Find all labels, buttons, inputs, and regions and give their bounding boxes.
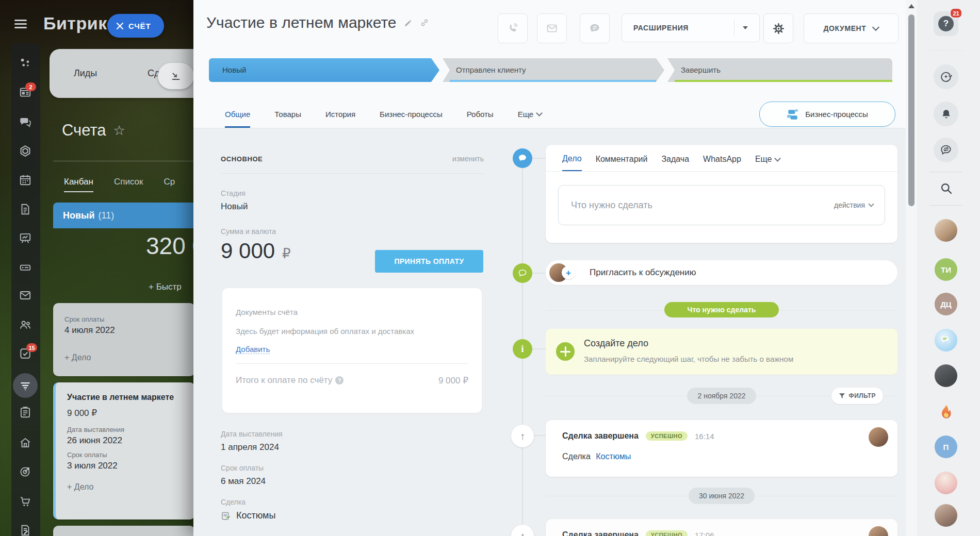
notifications-button[interactable] [934,102,958,126]
add-document-link[interactable]: Добавить [236,345,270,354]
call-button[interactable] [498,13,528,43]
shop-icon[interactable] [19,495,32,508]
quick-add-button[interactable]: + Быстр [149,282,182,292]
recent-avatar[interactable] [935,219,957,242]
tab-general[interactable]: Общие [225,100,250,128]
messenger-panel-button[interactable] [934,138,958,162]
scrollbar-thumb[interactable] [908,14,914,206]
sites-icon[interactable] [19,144,32,158]
event-ref-link[interactable]: Костюмы [596,452,631,461]
tab-history[interactable]: История [325,100,355,128]
help-tooltip-icon[interactable]: ? [335,376,344,384]
kanban-card[interactable] [53,526,195,536]
tab-more[interactable]: Еще [518,100,542,128]
copilot-button[interactable] [934,64,958,89]
extensions-button[interactable]: РАСШИРЕНИЯ [622,13,760,42]
minimize-icon [170,71,182,82]
minimize-slider-button[interactable] [158,63,194,89]
avatar [869,427,888,447]
compose-input[interactable] [570,199,834,211]
card-field-label: Дата выставления [67,426,195,433]
recent-avatar-initials[interactable]: ТИ [935,258,957,281]
field-value[interactable]: Новый [221,202,484,212]
recent-avatar[interactable] [935,472,957,494]
create-activity-hint-card[interactable]: Создайте дело Запланируйте следующий шаг… [546,329,897,375]
field-value[interactable]: 6 мая 2024 [221,476,484,487]
copy-link-icon[interactable] [420,18,429,27]
accept-payment-button[interactable]: ПРИНЯТЬ ОПЛАТУ [375,250,483,273]
kanban-column-header[interactable]: Новый (11) [53,203,195,228]
crm-icon-active[interactable] [13,373,38,398]
presentation-icon[interactable] [19,231,32,245]
amount-value[interactable]: 9 000 [221,239,275,263]
compose-tab-activity[interactable]: Дело [562,154,582,171]
filter-button[interactable]: ФИЛЬТР [831,388,883,404]
scroll-up-arrow[interactable] [908,4,914,8]
stage-new[interactable]: Новый [209,58,439,82]
document-button[interactable]: ДОКУМЕНТ [804,13,899,43]
search-button[interactable] [939,181,953,195]
add-activity-link[interactable]: + Дело [64,353,195,362]
field-label: Стадия [221,189,484,197]
drive-icon[interactable] [19,261,32,274]
menu-icon[interactable] [14,20,27,29]
goals-icon[interactable] [19,465,32,478]
actions-dropdown[interactable]: действия [834,201,873,209]
compose-tab-comment[interactable]: Комментарий [596,154,648,171]
edit-link[interactable]: изменить [452,155,484,163]
favorite-star-icon[interactable]: ☆ [113,123,125,139]
stage-finish[interactable]: Завершить [667,58,892,82]
recent-avatar[interactable] [935,364,957,387]
edit-title-icon[interactable] [404,19,413,27]
messenger-icon[interactable] [19,115,32,129]
compose-tab-whatsapp[interactable]: WhatsApp [703,154,741,171]
view-tab-deadlines[interactable]: Ср [164,177,175,192]
company-icon[interactable] [19,436,32,449]
recent-avatar-initials[interactable]: П [935,435,957,458]
calendar-icon[interactable] [19,173,32,187]
settings-button[interactable] [763,13,793,43]
divider [929,50,962,51]
page-title: Счета ☆ [62,121,125,140]
news-icon[interactable]: 2 [19,86,32,99]
recent-avatar[interactable] [935,504,957,527]
bizproc-button[interactable]: Бизнес-процессы [759,102,895,127]
tab-robots[interactable]: Роботы [467,100,494,128]
stage-sent[interactable]: Отправлен клиенту [443,58,664,82]
mail-icon [546,22,558,35]
todo-pill[interactable]: Что нужно сделать [664,302,779,317]
projects-icon[interactable] [19,406,32,419]
employees-icon[interactable] [19,318,32,331]
view-tab-kanban[interactable]: Канбан [64,177,93,192]
compose-tab-more[interactable]: Еще [755,154,780,171]
field-value[interactable]: 1 апреля 2024 [221,442,484,453]
recent-chat-avatar[interactable] [935,329,957,351]
kanban-card[interactable]: Срок оплаты 4 июля 2022 + Дело [53,303,195,376]
timeline-event-card[interactable]: Сделка завершена УСПЕШНО 17:06 [546,519,897,536]
compose-tab-task[interactable]: Задача [661,154,689,171]
timeline-event-card[interactable]: Сделка завершена УСПЕШНО 16:14 Сделка Ко… [546,420,897,477]
mail-icon[interactable] [19,289,32,302]
invite-discussion-row[interactable]: + Пригласить к обсуждению [546,260,897,285]
compose-input-box[interactable]: действия [558,185,885,225]
add-activity-link[interactable]: + Дело [67,482,195,492]
card-field-value: 26 июня 2022 [67,435,195,446]
stage-accent [450,80,656,82]
email-button[interactable] [537,13,567,43]
kanban-card-active[interactable]: Участие в летнем маркете 9 000 ₽ Дата вы… [53,382,195,520]
fire-avatar[interactable] [935,400,957,423]
sign-icon[interactable] [19,524,32,536]
tasks-icon[interactable]: 15 [19,347,32,360]
view-tab-list[interactable]: Список [114,177,143,192]
feed-icon[interactable] [19,56,32,70]
chat-button[interactable] [580,13,610,43]
deal-ref[interactable]: Костюмы [221,510,484,521]
recent-avatar-initials[interactable]: ДЦ [935,293,957,315]
tab-leads[interactable]: Лиды [74,49,97,98]
help-button[interactable]: ? 21 [934,11,958,36]
todo-pill-row: Что нужно сделать [546,302,897,320]
documents-icon[interactable] [19,203,32,216]
tab-bizproc[interactable]: Бизнес-процессы [380,100,443,128]
tab-products[interactable]: Товары [274,100,301,128]
close-slider-button[interactable]: СЧЁТ [107,14,164,38]
